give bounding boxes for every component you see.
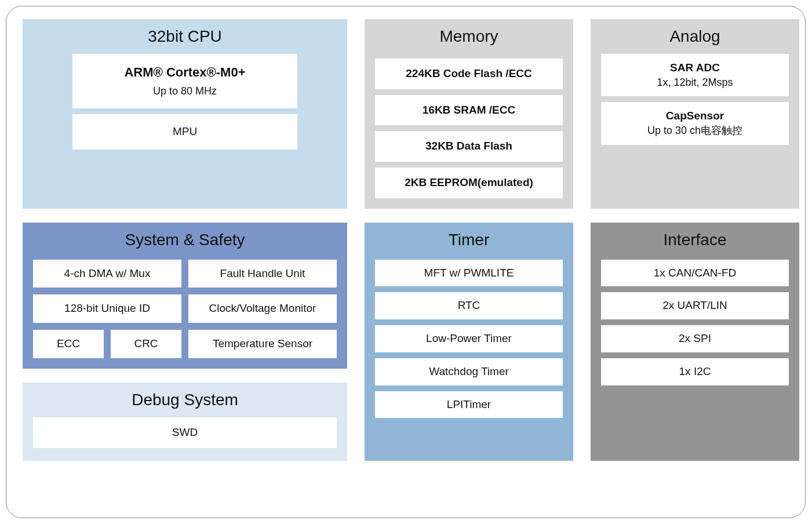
cpu-core-cell: ARM® Cortex®-M0+ Up to 80 MHz [72, 54, 297, 108]
cpu-title: 32bit CPU [33, 27, 337, 46]
analog-adc-spec: 1x, 12bit, 2Msps [657, 77, 733, 88]
timer-lpt-cell: Low-Power Timer [375, 325, 563, 352]
cpu-block: 32bit CPU ARM® Cortex®-M0+ Up to 80 MHz … [23, 19, 347, 209]
analog-cap-cell: CapSensor Up to 30 ch电容触控 [601, 102, 789, 144]
timer-block: Timer MFT w/ PWMLITE RTC Low-Power Timer… [365, 223, 573, 461]
cpu-core-name: ARM® Cortex®-M0+ [124, 65, 245, 79]
analog-block: Analog SAR ADC 1x, 12bit, 2Msps CapSenso… [591, 19, 799, 209]
cpu-speed: Up to 80 MHz [78, 85, 292, 98]
debug-block: Debug System SWD [23, 383, 347, 461]
system-safety-title: System & Safety [33, 231, 337, 249]
analog-cap-name: CapSensor [606, 109, 784, 123]
system-dma-cell: 4-ch DMA w/ Mux [33, 260, 181, 288]
interface-block: Interface 1x CAN/CAN-FD 2x UART/LIN 2x S… [591, 223, 799, 461]
system-fault-cell: Fault Handle Unit [188, 260, 337, 288]
memory-dflash-cell: 32KB Data Flash [375, 131, 563, 162]
system-ecc-crc-pair: ECC CRC [33, 330, 181, 358]
system-safety-block: System & Safety 4-ch DMA w/ Mux Fault Ha… [23, 223, 347, 369]
timer-mft-cell: MFT w/ PWMLITE [375, 260, 563, 287]
system-ecc-cell: ECC [33, 330, 104, 358]
system-cvmon-cell: Clock/Voltage Monitor [188, 294, 337, 323]
debug-title: Debug System [33, 391, 337, 409]
analog-adc-name: SAR ADC [606, 61, 784, 75]
memory-sram-cell: 16KB SRAM /ECC [375, 95, 563, 126]
interface-can-cell: 1x CAN/CAN-FD [601, 260, 789, 287]
interface-title: Interface [601, 231, 789, 249]
cpu-mpu-cell: MPU [72, 114, 297, 150]
interface-i2c-cell: 1x I2C [601, 358, 789, 385]
system-crc-cell: CRC [111, 330, 181, 358]
timer-title: Timer [375, 231, 563, 249]
debug-swd-cell: SWD [33, 417, 337, 448]
system-temp-cell: Temperature Sensor [188, 330, 337, 358]
system-uid-cell: 128-bit Unique ID [33, 294, 181, 323]
interface-uart-cell: 2x UART/LIN [601, 292, 789, 319]
analog-cap-spec: Up to 30 ch电容触控 [647, 125, 742, 136]
memory-block: Memory 224KB Code Flash /ECC 16KB SRAM /… [365, 19, 573, 209]
timer-rtc-cell: RTC [375, 292, 563, 319]
timer-lpit-cell: LPITimer [375, 391, 563, 419]
block-diagram-frame: 32bit CPU ARM® Cortex®-M0+ Up to 80 MHz … [6, 6, 806, 518]
interface-spi-cell: 2x SPI [601, 325, 789, 352]
timer-wdt-cell: Watchdog Timer [375, 358, 563, 385]
memory-title: Memory [375, 27, 563, 46]
memory-eeprom-cell: 2KB EEPROM(emulated) [375, 168, 563, 198]
memory-flash-cell: 224KB Code Flash /ECC [375, 59, 563, 89]
analog-adc-cell: SAR ADC 1x, 12bit, 2Msps [601, 54, 789, 96]
analog-title: Analog [601, 27, 789, 46]
